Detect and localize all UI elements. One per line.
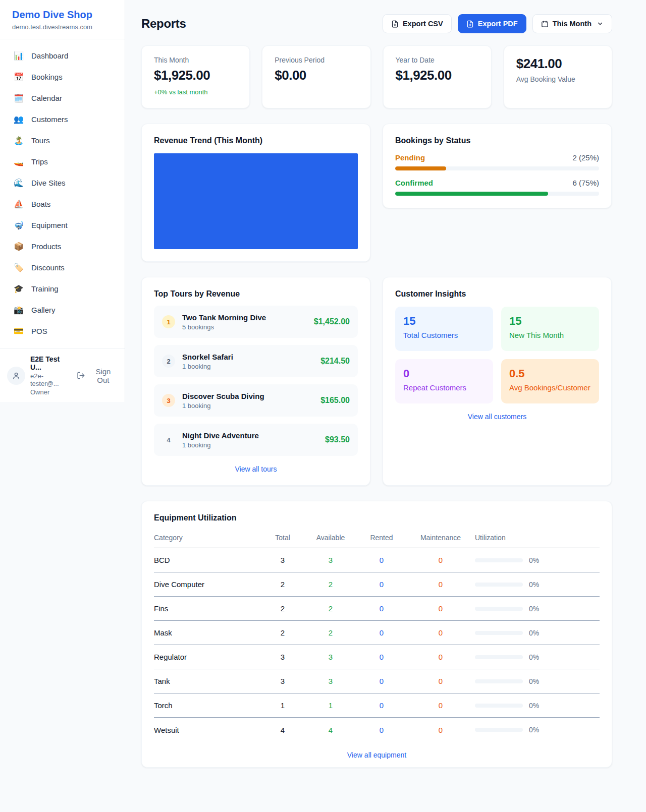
sidebar-item-customers[interactable]: 👥 Customers [0,109,125,130]
utilization-track [475,607,523,611]
equipment-utilization-card: Equipment Utilization Category Total Ava… [141,501,612,768]
sign-out-icon [77,371,85,380]
utilization-cell: 0% [475,653,600,661]
tile-total-customers: 15 Total Customers [395,307,493,351]
utilization-track [475,704,523,708]
sailboat-icon: ⛵ [13,199,24,210]
view-all-customers-link[interactable]: View all customers [395,413,599,421]
sidebar-item-dive-sites[interactable]: 🌊 Dive Sites [0,172,125,194]
top-tours-title: Top Tours by Revenue [154,289,358,299]
progress-fill [395,192,548,196]
credit-card-icon: 💳 [13,326,24,337]
tour-bookings: 1 booking [182,363,233,370]
equipment-rented: 0 [357,653,406,661]
calendar-icon [541,20,549,28]
sidebar-item-discounts[interactable]: 🏷️ Discounts [0,257,125,278]
sidebar-item-boats[interactable]: ⛵ Boats [0,194,125,215]
table-row: Tank 3 3 0 0 0% [154,669,600,693]
tile-value: 15 [403,315,485,328]
table-row: Torch 1 1 0 0 0% [154,693,600,718]
equipment-total: 2 [261,580,304,589]
equipment-rented: 0 [357,701,406,710]
status-label: Pending [395,153,425,162]
period-dropdown[interactable]: This Month [532,14,612,33]
sign-out-button[interactable]: Sign Out [77,367,118,384]
equipment-total: 2 [261,628,304,637]
utilization-cell: 0% [475,726,600,734]
tour-revenue: $93.50 [325,435,350,444]
equipment-maintenance: 0 [406,604,475,613]
sidebar-item-trips[interactable]: 🚤 Trips [0,151,125,172]
sidebar-item-training[interactable]: 🎓 Training [0,278,125,300]
equipment-rented: 0 [357,726,406,734]
tile-label: New This Month [509,331,591,339]
export-pdf-button[interactable]: Export PDF [458,14,526,33]
revenue-trend-chart [154,153,358,249]
utilization-percent: 0% [529,556,539,564]
wave-icon: 🌊 [13,178,24,189]
stat-label: This Month [154,56,237,64]
sidebar-item-tours[interactable]: 🏝️ Tours [0,130,125,151]
column-header: Utilization [475,534,600,542]
equipment-total: 1 [261,701,304,710]
equipment-category: Wetsuit [154,726,261,734]
sidebar-item-dashboard[interactable]: 📊 Dashboard [0,45,125,67]
page-header: Reports Export CSV Export PDF This Month [141,14,612,33]
stat-card-this-month: This Month $1,925.00 +0% vs last month [141,45,250,108]
equipment-maintenance: 0 [406,701,475,710]
status-count: 6 (75%) [572,179,599,187]
view-all-equipment-link[interactable]: View all equipment [154,751,600,759]
utilization-track [475,631,523,635]
utilization-track [475,558,523,562]
rank-badge: 4 [162,433,175,446]
export-csv-label: Export CSV [403,20,443,28]
sidebar-item-equipment[interactable]: 🤿 Equipment [0,215,125,236]
rank-badge: 1 [162,315,175,328]
shop-subdomain: demo.test.divestreams.com [12,23,113,31]
utilization-cell: 0% [475,702,600,710]
utilization-track [475,679,523,683]
sidebar-item-label: Tours [31,135,50,146]
tile-value: 0 [403,367,485,380]
status-row-confirmed: Confirmed 6 (75%) [395,179,599,196]
calendar-icon: 📅 [13,72,24,83]
equipment-category: Fins [154,604,261,613]
equipment-category: Torch [154,701,261,710]
customer-insights-card: Customer Insights 15 Total Customers 15 … [383,277,612,486]
view-all-tours-link[interactable]: View all tours [154,465,358,473]
people-icon: 👥 [13,114,24,125]
sidebar-item-bookings[interactable]: 📅 Bookings [0,67,125,88]
utilization-percent: 0% [529,677,539,685]
utilization-percent: 0% [529,629,539,637]
sidebar-item-gallery[interactable]: 📸 Gallery [0,300,125,321]
revenue-trend-title: Revenue Trend (This Month) [154,136,358,145]
tour-list-item: 2 Snorkel Safari 1 booking $214.50 [154,345,358,377]
equipment-maintenance: 0 [406,726,475,734]
equipment-available: 2 [304,580,357,589]
utilization-cell: 0% [475,605,600,613]
equipment-category: Dive Computer [154,580,261,589]
stat-value: $0.00 [275,68,358,83]
tour-name: Two Tank Morning Dive [182,313,266,322]
utilization-percent: 0% [529,702,539,710]
equipment-maintenance: 0 [406,580,475,589]
sidebar-item-label: Dashboard [31,50,68,62]
bar-chart-icon: 📊 [13,50,24,62]
equipment-rented: 0 [357,604,406,613]
progress-track [395,166,599,170]
utilization-cell: 0% [475,629,600,637]
sidebar-item-pos[interactable]: 💳 POS [0,321,125,342]
avatar [7,367,25,385]
equipment-total: 4 [261,726,304,734]
camera-icon: 📸 [13,305,24,316]
tile-label: Total Customers [403,331,485,339]
file-download-icon [391,20,399,28]
sidebar-item-label: Training [31,283,59,295]
sidebar-item-label: Dive Sites [31,178,66,189]
sidebar-item-label: Equipment [31,220,68,231]
sidebar-item-calendar[interactable]: 🗓️ Calendar [0,88,125,109]
rank-badge: 3 [162,394,175,407]
export-csv-button[interactable]: Export CSV [383,14,452,33]
equipment-total: 2 [261,604,304,613]
sidebar-item-products[interactable]: 📦 Products [0,236,125,257]
